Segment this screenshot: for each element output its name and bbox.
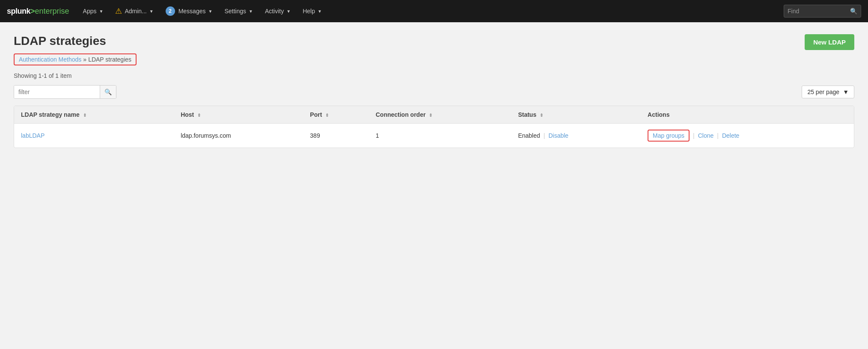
nav-help-chevron: ▼ xyxy=(318,9,322,14)
logo-splunk-text: splunk xyxy=(7,7,30,16)
nav-activity-label: Activity xyxy=(265,8,284,15)
filter-input[interactable] xyxy=(14,86,100,98)
col-connection-order[interactable]: Connection order ⇕ xyxy=(369,106,511,124)
nav-admin-warning[interactable]: ⚠ Admin... ▼ xyxy=(110,0,158,22)
row-port-cell: 389 xyxy=(303,124,369,148)
main-content: LDAP strategies New LDAP Authentication … xyxy=(0,22,868,160)
top-nav: splunk>enterprise Apps ▼ ⚠ Admin... ▼ 2 … xyxy=(0,0,868,22)
logo-enterprise-text: enterprise xyxy=(35,7,69,16)
row-name-cell: labLDAP xyxy=(14,124,174,148)
col-name-sort-icon: ⇕ xyxy=(83,113,86,118)
row-port-value: 389 xyxy=(310,132,320,139)
nav-apps[interactable]: Apps ▼ xyxy=(78,0,109,22)
ldap-table: LDAP strategy name ⇕ Host ⇕ Port ⇕ Conne… xyxy=(14,106,854,148)
breadcrumb-auth-link[interactable]: Authentication Methods xyxy=(19,56,81,63)
col-host-sort-icon: ⇕ xyxy=(197,113,201,118)
find-search-icon: 🔍 xyxy=(850,8,857,15)
nav-settings-chevron: ▼ xyxy=(249,9,253,14)
col-connection-sort-icon: ⇕ xyxy=(429,113,432,118)
nav-messages[interactable]: 2 Messages ▼ xyxy=(161,0,218,22)
nav-messages-chevron: ▼ xyxy=(208,9,212,14)
delete-link[interactable]: Delete xyxy=(722,132,739,139)
page-header: LDAP strategies New LDAP xyxy=(14,34,854,50)
new-ldap-button[interactable]: New LDAP xyxy=(805,34,854,50)
row-connection-order-cell: 1 xyxy=(369,124,511,148)
row-status-cell: Enabled | Disable xyxy=(511,124,641,148)
clone-link[interactable]: Clone xyxy=(698,132,714,139)
col-port-sort-icon: ⇕ xyxy=(325,113,329,118)
col-status-sort-icon: ⇕ xyxy=(540,113,543,118)
col-status[interactable]: Status ⇕ xyxy=(511,106,641,124)
filter-input-container: 🔍 xyxy=(14,85,116,99)
table-header: LDAP strategy name ⇕ Host ⇕ Port ⇕ Conne… xyxy=(14,106,854,124)
messages-badge: 2 xyxy=(166,6,175,16)
nav-settings-label: Settings xyxy=(224,8,246,15)
nav-activity-chevron: ▼ xyxy=(286,9,291,14)
logo: splunk>enterprise xyxy=(7,7,69,16)
nav-help-label: Help xyxy=(303,8,315,15)
filter-row: 🔍 25 per page ▼ xyxy=(14,85,854,99)
nav-admin-chevron: ▼ xyxy=(149,9,154,14)
ldap-table-container: LDAP strategy name ⇕ Host ⇕ Port ⇕ Conne… xyxy=(14,106,854,148)
actions-separator-1: | xyxy=(693,132,695,139)
showing-text: Showing 1-1 of 1 item xyxy=(14,72,854,79)
col-port[interactable]: Port ⇕ xyxy=(303,106,369,124)
per-page-chevron: ▼ xyxy=(843,89,849,95)
page-title: LDAP strategies xyxy=(14,34,106,48)
row-status-text: Enabled xyxy=(518,132,540,139)
warning-icon: ⚠ xyxy=(115,6,122,16)
nav-settings[interactable]: Settings ▼ xyxy=(219,0,258,22)
table-body: labLDAP ldap.forumsys.com 389 1 Enabled xyxy=(14,124,854,148)
col-name[interactable]: LDAP strategy name ⇕ xyxy=(14,106,174,124)
nav-apps-label: Apps xyxy=(83,8,97,15)
status-divider: | xyxy=(544,132,545,139)
nav-help[interactable]: Help ▼ xyxy=(297,0,327,22)
nav-admin-label: Admin... xyxy=(125,8,146,15)
breadcrumb-separator: » xyxy=(83,56,86,63)
logo-arrow: > xyxy=(30,7,35,16)
filter-search-button[interactable]: 🔍 xyxy=(100,86,116,98)
breadcrumb: Authentication Methods » LDAP strategies xyxy=(14,53,137,65)
nav-find-container: 🔍 xyxy=(784,5,861,18)
actions-separator-2: | xyxy=(717,132,719,139)
per-page-label: 25 per page xyxy=(807,89,839,95)
per-page-selector[interactable]: 25 per page ▼ xyxy=(802,86,854,98)
find-input[interactable] xyxy=(788,8,847,15)
nav-activity[interactable]: Activity ▼ xyxy=(260,0,296,22)
row-name-link[interactable]: labLDAP xyxy=(21,132,45,139)
row-connection-order-value: 1 xyxy=(376,132,379,139)
map-groups-button[interactable]: Map groups xyxy=(648,130,690,142)
col-host[interactable]: Host ⇕ xyxy=(174,106,303,124)
row-host-value: ldap.forumsys.com xyxy=(181,132,231,139)
disable-link[interactable]: Disable xyxy=(548,132,568,139)
table-row: labLDAP ldap.forumsys.com 389 1 Enabled xyxy=(14,124,854,148)
row-host-cell: ldap.forumsys.com xyxy=(174,124,303,148)
row-actions-cell: Map groups | Clone | Delete xyxy=(641,124,854,148)
nav-apps-chevron: ▼ xyxy=(99,9,104,14)
nav-messages-label: Messages xyxy=(178,8,206,15)
breadcrumb-current: LDAP strategies xyxy=(88,56,131,63)
col-actions: Actions xyxy=(641,106,854,124)
